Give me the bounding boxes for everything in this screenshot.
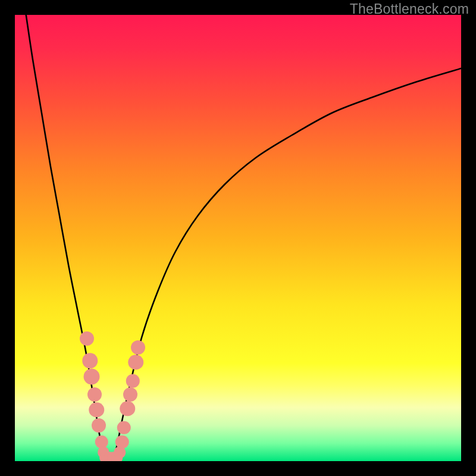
data-marker bbox=[126, 374, 140, 388]
chart-frame: TheBottleneck.com bbox=[0, 0, 476, 476]
data-marker bbox=[84, 368, 100, 384]
data-marker bbox=[131, 340, 145, 355]
watermark-text: TheBottleneck.com bbox=[350, 1, 469, 17]
data-marker bbox=[117, 421, 131, 435]
data-marker bbox=[92, 418, 106, 433]
markers-layer bbox=[15, 15, 461, 461]
data-marker bbox=[115, 436, 129, 449]
data-marker bbox=[89, 402, 105, 418]
data-marker bbox=[82, 353, 98, 369]
data-marker bbox=[129, 355, 144, 370]
plot-area bbox=[15, 15, 461, 461]
data-marker bbox=[80, 331, 94, 346]
data-marker bbox=[123, 387, 137, 402]
data-marker bbox=[87, 387, 102, 402]
data-marker bbox=[120, 401, 135, 416]
